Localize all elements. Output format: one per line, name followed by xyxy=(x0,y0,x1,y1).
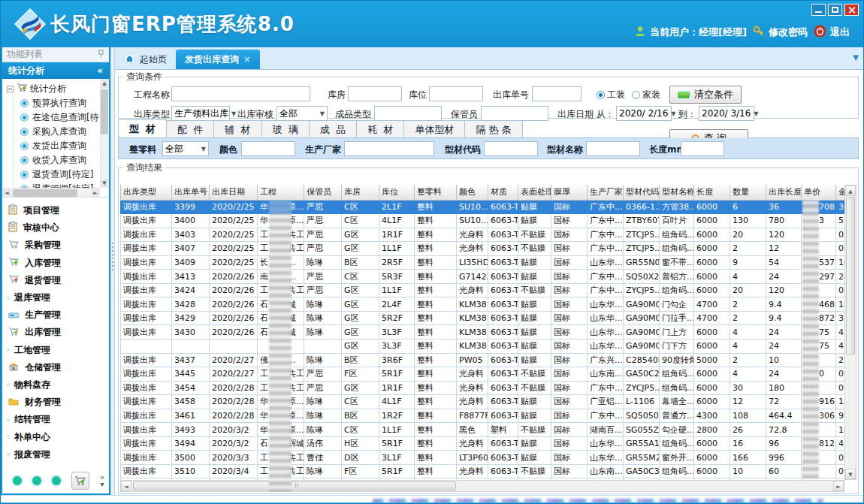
table-header-row[interactable]: 出库类型出库单号出库日期工程保管员库房库位整零料颜色材质表面处理膜厚生产厂家型材… xyxy=(121,185,857,200)
material-tab[interactable]: 耗 材 xyxy=(356,120,404,137)
column-header[interactable]: 表面处理 xyxy=(518,185,551,200)
profile-code-input[interactable] xyxy=(484,141,538,156)
table-row[interactable]: 调拨出库34092020/2/25长...陈琳B区2R5F整料LI35HD606… xyxy=(121,255,857,270)
column-header[interactable]: 整零料 xyxy=(415,185,457,200)
material-tab[interactable]: 辅 材 xyxy=(213,120,261,137)
sidebar-section-header[interactable]: 统计分析 « xyxy=(2,62,109,79)
column-header[interactable]: 型材代码 xyxy=(624,185,660,200)
tab-home[interactable]: 起始页 xyxy=(115,50,176,69)
minimize-icon[interactable] xyxy=(811,4,826,16)
tree-root-statistics[interactable]: 统计分析 xyxy=(7,81,100,96)
logout-button[interactable]: 退出 xyxy=(814,25,850,40)
column-header[interactable]: 单价 xyxy=(802,185,836,200)
profile-name-input[interactable] xyxy=(586,141,640,156)
column-header[interactable]: 库位 xyxy=(379,185,415,200)
radio-jiazhuang[interactable]: 家装 xyxy=(632,89,660,101)
column-header[interactable]: 生产厂家 xyxy=(588,185,624,200)
keeper-input[interactable] xyxy=(481,106,548,121)
sidebar-item-生产管理[interactable]: 生产管理 xyxy=(8,306,109,324)
material-tab[interactable]: 单体型材 xyxy=(403,120,465,137)
date-to-select[interactable]: 2020/ 3/16 xyxy=(699,106,754,121)
collapse-icon[interactable]: « xyxy=(97,65,103,76)
clear-conditions-button[interactable]: 清空条件 xyxy=(669,86,742,104)
chevron-down-icon[interactable] xyxy=(853,53,859,62)
table-row[interactable]: 调拨出库33992020/2/25华原...严思C区2L1F整料SU10...6… xyxy=(121,200,857,214)
column-header[interactable]: 出库类型 xyxy=(121,185,172,200)
sidebar-item-入库管理[interactable]: 入库管理 xyxy=(8,255,109,272)
table-row[interactable]: 调拨出库34542020/2/28工共工程严思G区1R1F整料光身料6063-T… xyxy=(121,381,857,395)
material-tab[interactable]: 配 件 xyxy=(166,120,214,137)
tree-horizontal-scrollbar[interactable]: ◄ ► xyxy=(2,188,100,197)
sidebar-item-退货管理[interactable]: 退货管理 xyxy=(8,272,109,289)
column-header[interactable]: 出库日期 xyxy=(210,185,258,200)
table-row[interactable]: 调拨出库35002020/3/3工共工程曹佳D区3L1F整料LT3P606063… xyxy=(121,451,857,465)
column-header[interactable]: 颜色 xyxy=(457,185,488,200)
sidebar-item-退库管理[interactable]: 退库管理 xyxy=(8,289,109,306)
sidebar-item-报废管理[interactable]: 报废管理 xyxy=(8,446,109,463)
column-header[interactable]: 出库长度 xyxy=(766,185,802,200)
outbound-no-input[interactable] xyxy=(532,86,582,101)
table-row[interactable]: 调拨出库34942020/3/2石辉城汤伟H区5R1F整料光身料6063-T5贴… xyxy=(121,436,857,451)
column-header[interactable]: 长度 xyxy=(694,185,730,200)
tree-item[interactable]: 预算执行查询 xyxy=(7,96,100,110)
sidebar-item-审核中心[interactable]: 审核中心 xyxy=(8,219,109,237)
whole-part-select[interactable]: 全部 xyxy=(162,141,209,156)
sidebar-item-项目管理[interactable]: 项目管理 xyxy=(8,202,109,219)
table-row[interactable]: 调拨出库35102020/3/4工共工程陈琳F区5R1F整料光身料6063-T5… xyxy=(121,464,857,478)
table-row[interactable]: 调拨出库34452020/2/27工共工程严思F区5R1F整料光身料6063-T… xyxy=(121,367,857,382)
sidebar-item-出库管理[interactable]: 出库管理 xyxy=(8,324,109,341)
dot-icon[interactable] xyxy=(52,476,61,485)
tree-expander-icon[interactable] xyxy=(7,86,14,92)
tab-close-icon[interactable] xyxy=(243,54,251,65)
tree-item[interactable]: 收货入库查询 xyxy=(7,153,100,167)
table-row[interactable]: 调拨出库34132020/2/26南...严思C区5R3F整料G71422606… xyxy=(121,270,857,284)
table-row[interactable]: 调拨出库34582020/2/28华原...陈琳C区4L1F整料光身料6063-… xyxy=(121,395,857,409)
tree-item[interactable]: 退货查询[待定] xyxy=(7,167,100,182)
sidebar-item-财务管理[interactable]: 财务管理 xyxy=(8,394,109,411)
column-header[interactable]: 保管员 xyxy=(304,185,342,200)
length-input[interactable] xyxy=(681,141,724,156)
table-horizontal-scrollbar[interactable]: ◄ ► xyxy=(120,480,844,492)
table-row[interactable]: 调拨出库34242020/2/26工共工程严思G区1L1F整料光身料6063-T… xyxy=(121,283,857,297)
dot-icon[interactable] xyxy=(13,476,22,485)
sidebar-item-采购管理[interactable]: 采购管理 xyxy=(8,237,109,254)
dot-icon[interactable] xyxy=(32,476,41,485)
material-tab[interactable]: 玻 璃 xyxy=(261,120,310,137)
material-tab[interactable]: 隔 热 条 xyxy=(464,120,522,137)
column-header[interactable]: 材质 xyxy=(488,185,518,200)
tree-item[interactable]: 在途信息查询[待 xyxy=(7,110,100,125)
radio-gongzhuang[interactable]: 工装 xyxy=(597,89,625,101)
close-icon[interactable] xyxy=(844,4,859,16)
location-input[interactable] xyxy=(429,86,483,101)
table-row[interactable]: 调拨出库34072020/2/25工共工程严思G区1L1F整料光身料6063-T… xyxy=(121,242,857,256)
column-header[interactable]: 数量 xyxy=(730,185,766,200)
column-header[interactable]: 出库单号 xyxy=(172,185,210,200)
date-from-select[interactable]: 2020/ 2/16 xyxy=(616,106,672,121)
material-tab[interactable]: 成 品 xyxy=(309,120,357,137)
column-header[interactable]: 工程 xyxy=(258,185,304,200)
manufacturer-input[interactable] xyxy=(344,141,434,156)
table-row[interactable]: 调拨出库34372020/2/27佛...陈琳B区3R6F整料PW056063-… xyxy=(121,353,857,367)
maximize-icon[interactable] xyxy=(828,4,842,16)
outbound-audit-select[interactable]: 全部 xyxy=(276,106,328,121)
color-input[interactable] xyxy=(241,141,295,156)
table-vertical-scrollbar[interactable]: ▲ ▼ xyxy=(844,185,856,480)
column-header[interactable]: 库房 xyxy=(342,185,379,200)
sidebar-item-结转管理[interactable]: 结转管理 xyxy=(8,411,109,428)
pin-icon[interactable] xyxy=(98,50,104,60)
table-row[interactable]: 调拨出库34932020/3/2华原...陈琳C区1L1F整料黑色塑料不贴膜国标… xyxy=(121,423,857,437)
tree-item[interactable]: 退库管理[待定] xyxy=(7,182,100,188)
sidebar-item-仓储管理[interactable]: 仓储管理 xyxy=(8,359,109,376)
tree-item[interactable]: 发货出库查询 xyxy=(7,139,100,153)
column-header[interactable]: 型材名称 xyxy=(660,185,694,200)
material-tab[interactable]: 型 材 xyxy=(118,119,167,137)
outbound-type-select[interactable]: 生产领料出库 xyxy=(171,106,230,121)
table-row[interactable]: G区3L3F整料KLM38176063-T5贴膜国标山东华...GA90M09.… xyxy=(121,339,857,353)
table-row[interactable]: 调拨出库34302020/2/26石城陈琳G区3L3F整料KLM38176063… xyxy=(121,325,857,340)
sidebar-item-工地管理[interactable]: 工地管理 xyxy=(8,342,109,359)
table-row[interactable]: 调拨出库34002020/2/25华原...严思C区4L1F整料SU10...6… xyxy=(121,214,857,228)
column-header[interactable]: 膜厚 xyxy=(551,185,588,200)
sidebar-item-补单中心[interactable]: 补单中心 xyxy=(8,428,109,445)
table-row[interactable]: 调拨出库34612020/2/28华原...陈琳B区1R2F整料F8877FT6… xyxy=(121,409,857,423)
table-row[interactable]: 调拨出库34032020/2/25工共工程严思G区1R1F整料光身料6063-T… xyxy=(121,228,857,242)
